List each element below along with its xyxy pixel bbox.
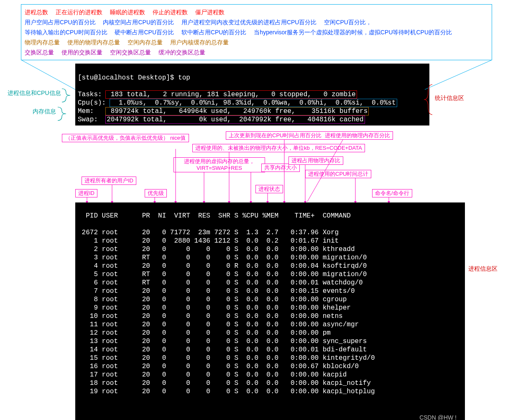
legend-item: 空闲交换区总量: [110, 49, 151, 56]
cpu-box: 1.0%us, 0.7%sy, 0.0%ni, 98.3%id, 0.0%wa,…: [110, 99, 397, 107]
process-row: 9 root 20 0 0 0 0 S 0.0 0.0 0:00.00 khel…: [78, 304, 462, 312]
stage-lower: 进程信息区 PID USER PR NI VIRT RES SHR S %CPU…: [0, 202, 513, 420]
tasks-box: 183 total, 2 running, 181 sleeping, 0 st…: [106, 91, 356, 98]
ann-state: 进程状态: [255, 185, 283, 193]
process-row: 8 root 20 0 0 0 0 S 0.0 0.0 0:00.00 cgro…: [78, 295, 462, 304]
legend-item: 等待输入输出的CPU时间百分比: [25, 29, 107, 36]
process-row: 16 root 20 0 0 0 0 S 0.0 0.0 0:00.67 kbl…: [78, 362, 462, 371]
process-row: 5 root RT 0 0 0 0 S 0.0 0.0 0:00.00 migr…: [78, 270, 462, 279]
legend-item: 用户进程空间内改变过优先级的进程占用CPU百分比: [181, 19, 317, 26]
process-row: 18 root 20 0 0 0 0 S 0.0 0.0 0:00.00 kac…: [78, 379, 462, 387]
process-row: 6 root RT 0 0 0 0 S 0.0 0.0 0:00.01 watc…: [78, 279, 462, 287]
legend-row-3: 物理内存总量 使用的物理内存总量 空闲内存总量 用户内核缓存的总存量: [25, 37, 488, 47]
legend-item: 睡眠的进程数: [110, 9, 145, 15]
cpu-line: Cpu(s): 1.0%us, 0.7%sy, 0.0%ni, 98.3%id,…: [78, 99, 397, 107]
process-header: PID USER PR NI VIRT RES SHR S %CPU %MEM …: [78, 212, 462, 220]
process-row: 2672 root 20 0 71772 23m 7272 S 1.3 2.7 …: [78, 228, 462, 237]
label-proc-area: 进程信息区: [468, 265, 498, 273]
ann-pr: 优先级: [145, 189, 167, 197]
brace-icon: [57, 105, 69, 122]
legend-row-2b: 等待输入输出的CPU时间百分比 硬中断占用CPU百分比 软中断占用CPU的百分比…: [25, 27, 488, 37]
prompt-line: [stu@localhost Desktop]$ top: [78, 74, 190, 82]
process-row: 12 root 20 0 0 0 0 S 0.0 0.0 0:00.00 pm: [78, 329, 462, 337]
ann-shr: 共享内存大小: [261, 164, 300, 172]
ann-pid: 进程ID: [75, 189, 97, 197]
legend-item: 内核空间占用CPU的百分比: [103, 19, 174, 26]
legend-row-2: 用户空间占用CPU的百分比 内核空间占用CPU的百分比 用户进程空间内改变过优先…: [25, 17, 488, 27]
process-row: 10 root 20 0 0 0 0 S 0.0 0.0 0:00.00 net…: [78, 312, 462, 320]
swap-box: 2047992k total, 0k used, 2047992k free, …: [106, 116, 365, 123]
legend-item: 僵尸进程数: [195, 9, 225, 15]
terminal-process-list: PID USER PR NI VIRT RES SHR S %CPU %MEM …: [75, 202, 465, 420]
process-row: 11 root 20 0 0 0 0 S 0.0 0.0 0:00.00 asy…: [78, 320, 462, 329]
legend-item: 硬中断占用CPU百分比: [115, 29, 174, 36]
process-row: 1 root 20 0 2880 1436 1212 S 0.0 0.2 0:0…: [78, 237, 462, 245]
process-row: 7 root 20 0 0 0 0 S 0.0 0.0 0:00.15 even…: [78, 287, 462, 295]
process-row: 4 root 20 0 0 0 0 R 0.0 0.0 0:00.04 ksof…: [78, 262, 462, 270]
legend-row-1: 进程总数 正在运行的进程数 睡眠的进程数 停止的进程数 僵尸进程数: [25, 7, 488, 17]
label-proc-cpu-info: 进程信息和CPU信息: [8, 90, 61, 97]
legend-item: 当hypervisor服务另一个虚拟处理器的时候，虚拟CPU等待时机CPU的百分…: [254, 29, 452, 36]
stage-upper: 进程信息和CPU信息 内存信息 统计信息区 [stu@localhost Des…: [0, 64, 513, 125]
process-row: 3 root RT 0 0 0 0 S 0.0 0.0 0:00.00 migr…: [78, 254, 462, 262]
swap-line: Swap: 2047992k total, 0k used, 2047992k …: [78, 116, 365, 123]
ann-phys-pct: 进程占用物理内存比: [288, 156, 343, 165]
annotations-area: 上次更新到现在的CPU时间占用百分比 进程使用的物理内存百分比 （正值表示高优先…: [0, 131, 513, 202]
process-row: 13 root 20 0 0 0 0 S 0.0 0.0 0:00.00 syn…: [78, 337, 462, 346]
process-row: 19 root 20 0 0 0 0 S 0.0 0.0 0:00.00 kac…: [78, 387, 462, 396]
legend-item: 停止的进程数: [153, 9, 188, 15]
legend-item: 使用的物理内存总量: [67, 39, 120, 46]
process-row: 15 root 20 0 0 0 0 S 0.0 0.0 0:00.00 kin…: [78, 354, 462, 362]
mem-box: 899724k total, 649964k used, 249760k fre…: [106, 108, 368, 115]
legend-item: 交换区总量: [25, 49, 54, 56]
terminal-summary: [stu@localhost Desktop]$ top Tasks: 183 …: [75, 64, 429, 125]
process-row: 2 root 20 0 0 0 0 S 0.0 0.0 0:00.00 kthr…: [78, 245, 462, 254]
label-mem-info: 内存信息: [33, 108, 56, 115]
legend-item: 正在运行的进程数: [56, 9, 102, 15]
ann-cpu-pct: 上次更新到现在的CPU时间占用百分比 进程使用的物理内存百分比: [226, 131, 393, 140]
ann-user-id: 进程所有者的用户ID: [82, 177, 136, 185]
legend-item: 使用的交换区量: [61, 49, 102, 56]
label-stat-area: 统计信息区: [435, 95, 464, 102]
legend-box: 进程总数 正在运行的进程数 睡眠的进程数 停止的进程数 僵尸进程数 用户空间占用…: [21, 4, 492, 60]
mem-line: Mem: 899724k total, 649964k used, 249760…: [78, 108, 368, 115]
legend-item: 缓冲的交换区总量: [158, 49, 205, 56]
legend-item: 空闲内存总量: [128, 39, 163, 46]
brace-icon: [61, 87, 74, 104]
legend-item: 物理内存总量: [25, 39, 60, 46]
process-row: 14 root 20 0 0 0 0 S 0.0 0.0 0:00.01 bdi…: [78, 346, 462, 354]
tasks-line: Tasks: 183 total, 2 running, 181 sleepin…: [78, 91, 357, 98]
ann-time: 进程使用的CPU时间总计: [305, 170, 371, 178]
legend-item: 用户内核缓存的总存量: [170, 39, 229, 46]
legend-row-4: 交换区总量 使用的交换区量 空闲交换区总量 缓冲的交换区总量: [25, 47, 488, 57]
legend-item: 空闲CPU百分比，: [324, 19, 372, 26]
process-row: 17 root 20 0 0 0 0 S 0.0 0.0 0:00.00 kac…: [78, 371, 462, 379]
watermark: CSDN @HW !: [419, 413, 457, 420]
ann-res: 进程使用的、未被换出的物理内存大小，单位kb，RES=CODE+DATA: [192, 144, 365, 152]
ann-cmd: 命令名/命令行: [372, 189, 412, 197]
ann-virt: 进程使用的虚拟内存的总量， VIRT=SWAP+RES: [174, 157, 265, 172]
legend-item: 进程总数: [25, 9, 48, 15]
svg-line-0: [22, 60, 75, 90]
legend-item: 用户空间占用CPU的百分比: [25, 19, 96, 26]
ann-nice: （正值表示高优先级，负值表示低优先级） nice值: [62, 134, 189, 142]
legend-item: 软中断占用CPU的百分比: [181, 29, 247, 36]
brace-icon: [423, 83, 436, 116]
